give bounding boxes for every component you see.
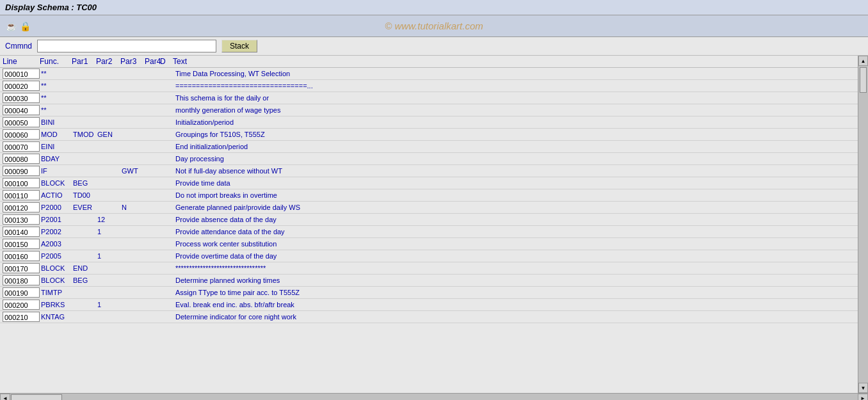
cell-text-16: ********************************* [173, 264, 855, 272]
table-row[interactable]: 000110 ACTIO TD00 Do not import breaks i… [0, 189, 858, 202]
cell-par1-5: TMOD [72, 131, 96, 138]
customize-icon[interactable]: ☕ [5, 20, 17, 32]
scroll-thumb[interactable] [860, 67, 867, 93]
stack-button[interactable]: Stack [221, 40, 257, 52]
cell-par3-8: GWT [120, 167, 145, 175]
table-row[interactable]: 000060 MOD TMOD GEN Groupings for T510S,… [0, 129, 858, 141]
cell-par2-15: 1 [96, 252, 120, 260]
h-scroll-thumb[interactable] [11, 394, 62, 401]
cell-func-13: P2002 [40, 228, 72, 236]
cell-text-5: Groupings for T510S, T555Z [173, 131, 855, 138]
cell-func-15: P2005 [40, 252, 72, 260]
cell-text-7: Day processing [173, 155, 855, 163]
command-input[interactable] [37, 40, 216, 52]
cell-func-19: PBRKS [40, 301, 72, 308]
table-row[interactable]: 000150 A2003 Process work center substit… [0, 238, 858, 250]
cell-text-9: Provide time data [173, 179, 855, 187]
table-row[interactable]: 000210 KNTAG Determine indicator for cor… [0, 311, 858, 323]
cell-text-0: Time Data Processing, WT Selection [173, 70, 855, 77]
column-headers: Line Func. Par1 Par2 Par3 Par4 D Text [0, 56, 858, 68]
cell-line-20: 000210 [3, 312, 40, 322]
table-row[interactable]: 000090 IF GWT Not if full-day absence wi… [0, 165, 858, 177]
table-row[interactable]: 000100 BLOCK BEG Provide time data [0, 177, 858, 189]
settings-icon[interactable]: 🔒 [19, 20, 31, 32]
cell-func-7: BDAY [40, 155, 72, 163]
table-row[interactable]: 000180 BLOCK BEG Determine planned worki… [0, 275, 858, 287]
cell-line-15: 000160 [3, 251, 40, 261]
cell-line-0: 000010 [3, 68, 40, 79]
cell-par2-13: 1 [96, 228, 120, 236]
cell-line-18: 000190 [3, 287, 40, 298]
cell-line-19: 000200 [3, 300, 40, 310]
table-row[interactable]: 000050 BINI Initialization/period [0, 116, 858, 129]
table-row[interactable]: 000070 EINI End initialization/period [0, 141, 858, 153]
cell-func-16: BLOCK [40, 264, 72, 272]
horizontal-scrollbar[interactable]: ◄ ► [0, 393, 868, 400]
cell-line-6: 000070 [3, 141, 40, 152]
cell-text-17: Determine planned working times [173, 276, 855, 284]
table-row[interactable]: 000130 P2001 12 Provide absence data of … [0, 214, 858, 226]
table-row[interactable]: 000020 ** ==============================… [0, 80, 858, 92]
command-label: Cmmnd [5, 42, 32, 51]
cell-func-8: IF [40, 167, 72, 175]
cell-line-3: 000040 [3, 105, 40, 115]
scroll-left-button[interactable]: ◄ [0, 394, 10, 401]
cell-par1-16: END [72, 264, 96, 272]
cell-line-4: 000050 [3, 117, 40, 127]
cell-par1-10: TD00 [72, 191, 96, 199]
cell-func-0: ** [40, 70, 72, 77]
scroll-track[interactable] [858, 66, 868, 383]
cell-text-1: ================================... [173, 82, 855, 90]
cell-func-9: BLOCK [40, 179, 72, 187]
cell-par1-9: BEG [72, 179, 96, 187]
cell-func-4: BINI [40, 118, 72, 126]
cell-func-1: ** [40, 82, 72, 90]
table-row[interactable]: 000040 ** monthly generation of wage typ… [0, 104, 858, 116]
cell-line-1: 000020 [3, 81, 40, 91]
cell-text-3: monthly generation of wage types [173, 106, 855, 114]
cell-line-5: 000060 [3, 129, 40, 140]
cell-func-6: EINI [40, 143, 72, 150]
cell-text-18: Assign TType to time pair acc. to T555Z [173, 289, 855, 296]
cell-line-17: 000180 [3, 275, 40, 285]
cell-line-8: 000090 [3, 166, 40, 176]
table-row[interactable]: 000160 P2005 1 Provide overtime data of … [0, 250, 858, 262]
table-row[interactable]: 000010 ** Time Data Processing, WT Selec… [0, 68, 858, 80]
cell-text-20: Determine indicator for core night work [173, 313, 855, 321]
table-row[interactable]: 000190 TIMTP Assign TType to time pair a… [0, 287, 858, 299]
cell-text-11: Generate planned pair/provide daily WS [173, 204, 855, 211]
scroll-down-button[interactable]: ▼ [858, 383, 868, 393]
table-body: 000010 ** Time Data Processing, WT Selec… [0, 68, 858, 390]
table-row[interactable]: 000140 P2002 1 Provide attendance data o… [0, 226, 858, 238]
cell-line-12: 000130 [3, 214, 40, 225]
cell-par1-17: BEG [72, 276, 96, 284]
vertical-scrollbar[interactable]: ▲ ▼ [858, 56, 868, 393]
col-header-line: Line [3, 57, 40, 66]
watermark: © www.tutorialkart.com [385, 20, 483, 31]
col-header-d: D [160, 57, 173, 66]
cell-func-2: ** [40, 94, 72, 102]
table-row[interactable]: 000080 BDAY Day processing [0, 153, 858, 165]
cell-func-11: P2000 [40, 204, 72, 211]
table-row[interactable]: 000120 P2000 EVER N Generate planned pai… [0, 202, 858, 214]
cell-func-12: P2001 [40, 216, 72, 223]
col-header-par3: Par3 [120, 57, 145, 66]
h-scroll-track[interactable] [10, 394, 858, 401]
cell-par2-19: 1 [96, 301, 120, 308]
table-row[interactable]: 000200 PBRKS 1 Eval. break end inc. abs.… [0, 299, 858, 311]
cell-par2-12: 12 [96, 216, 120, 223]
cell-line-16: 000170 [3, 263, 40, 273]
scroll-up-button[interactable]: ▲ [858, 56, 868, 66]
cell-func-3: ** [40, 106, 72, 114]
cell-par3-11: N [120, 204, 145, 211]
col-header-text: Text [173, 57, 855, 66]
scroll-right-button[interactable]: ► [858, 394, 868, 401]
table-row[interactable]: 000170 BLOCK END ***********************… [0, 262, 858, 275]
cell-line-14: 000150 [3, 239, 40, 249]
col-header-func: Func. [40, 57, 72, 66]
cell-par2-5: GEN [96, 131, 120, 138]
table-row[interactable]: 000030 ** This schema is for the daily o… [0, 92, 858, 104]
cell-par1-11: EVER [72, 204, 96, 211]
cell-line-2: 000030 [3, 93, 40, 103]
cell-line-13: 000140 [3, 227, 40, 237]
